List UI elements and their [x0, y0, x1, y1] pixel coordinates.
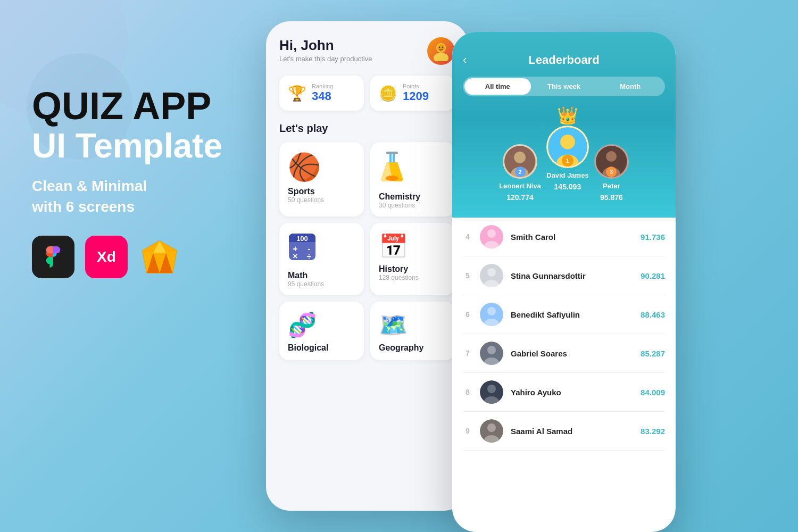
geography-emoji: 🗺️	[379, 311, 446, 339]
chemistry-name: Chemistry	[379, 192, 446, 202]
category-history[interactable]: 📅 History 128 questions	[370, 223, 455, 295]
leaderboard-list: 4 Smith Carol 91.736 5 Stina Gunnarsdott…	[452, 218, 676, 451]
top-player-3: 3 Peter 95.876	[594, 144, 629, 202]
player2-name: Lennert Niva	[499, 182, 541, 190]
math-count: 95 questions	[288, 280, 355, 288]
sports-name: Sports	[288, 187, 355, 196]
back-button[interactable]: ‹	[463, 53, 467, 67]
rank-badge-3: 3	[606, 167, 617, 177]
svg-text:÷: ÷	[307, 252, 312, 261]
lb-row-9: 9 Saami Al Samad 83.292	[463, 412, 665, 451]
leaderboard-tabs: All time This week Month	[463, 77, 665, 96]
tab-month[interactable]: Month	[597, 78, 663, 95]
category-math[interactable]: 100 + - × ÷ Math 95 questions	[279, 223, 364, 295]
lb-row-7: 7 Gabriel Soares 85.287	[463, 334, 665, 373]
main-title-line2: UI Template	[32, 127, 222, 164]
tab-all-time[interactable]: All time	[464, 78, 531, 95]
tab-this-week[interactable]: This week	[531, 78, 597, 95]
svg-text:100: 100	[296, 235, 308, 243]
svg-point-34	[487, 229, 496, 238]
xd-icon: Xd	[85, 236, 128, 278]
score-4: 91.736	[641, 232, 665, 242]
category-biological[interactable]: 🧬 Biological	[279, 302, 364, 360]
svg-point-40	[487, 307, 496, 315]
svg-point-8	[434, 53, 448, 61]
svg-point-10	[439, 47, 440, 48]
rank-badge-1: 1	[562, 155, 573, 167]
top3-section: 2 Lennert Niva 120.774 👑 1 David James 1…	[452, 118, 676, 218]
crown-icon: 👑	[557, 105, 578, 126]
points-label: Points	[403, 83, 429, 89]
svg-point-31	[606, 151, 617, 162]
player2-score: 120.774	[506, 193, 534, 202]
top-player-1: 👑 1 David James 145.093	[546, 126, 589, 191]
svg-text:×: ×	[293, 252, 297, 261]
category-sports[interactable]: 🏀 Sports 50 questions	[279, 142, 364, 217]
avatar-9	[480, 419, 503, 443]
points-info: Points 1209	[403, 83, 429, 103]
svg-point-43	[487, 346, 496, 354]
sports-count: 50 questions	[288, 196, 355, 204]
phone1-header: Hi, John Let's make this day productive	[279, 37, 455, 65]
name-7: Gabriel Soares	[511, 349, 633, 358]
points-card: 🪙 Points 1209	[370, 76, 455, 111]
trophy-icon: 🏆	[288, 85, 306, 102]
svg-point-9	[437, 44, 445, 52]
rank-6: 6	[463, 310, 472, 319]
svg-point-14	[386, 176, 398, 181]
math-emoji: 100 + - × ÷	[288, 232, 355, 267]
history-count: 128 questions	[379, 274, 446, 281]
greeting-name: Hi, John	[279, 37, 372, 54]
user-avatar	[427, 37, 455, 65]
svg-point-37	[487, 268, 496, 277]
top-player-2: 2 Lennert Niva 120.774	[499, 144, 541, 202]
lb-row-8: 8 Yahiro Ayuko 84.009	[463, 373, 665, 412]
coin-icon: 🪙	[379, 85, 397, 102]
svg-point-28	[560, 135, 575, 149]
phone2-leaderboard: ‹ Leaderboard All time This week Month 2…	[452, 32, 676, 532]
score-6: 88.463	[641, 310, 665, 319]
svg-point-11	[442, 47, 443, 48]
svg-rect-15	[386, 152, 398, 154]
player3-name: Peter	[603, 182, 620, 190]
subtitle-line2: with 6 screens	[32, 196, 222, 217]
lets-play-title: Let's play	[279, 122, 455, 135]
score-9: 83.292	[641, 427, 665, 436]
subtitle: Clean & Minimal with 6 screens	[32, 176, 222, 217]
score-5: 90.281	[641, 271, 665, 280]
leaderboard-header: ‹ Leaderboard All time This week Month	[452, 32, 676, 118]
name-9: Saami Al Samad	[511, 427, 633, 436]
name-8: Yahiro Ayuko	[511, 388, 633, 397]
tool-icons-row: Xd	[32, 236, 222, 278]
score-8: 84.009	[641, 388, 665, 397]
rank-9: 9	[463, 427, 472, 435]
greeting-block: Hi, John Let's make this day productive	[279, 37, 372, 63]
biological-emoji: 🧬	[288, 311, 355, 339]
stats-row: 🏆 Ranking 348 🪙 Points 1209	[279, 76, 455, 111]
rank-badge-2: 2	[515, 167, 526, 177]
history-name: History	[379, 264, 446, 274]
svg-point-46	[487, 385, 496, 393]
ranking-info: Ranking 348	[312, 83, 333, 103]
avatar-rank3: 3	[594, 144, 629, 179]
geography-name: Geography	[379, 343, 446, 353]
svg-point-49	[487, 423, 496, 432]
sports-emoji: 🏀	[288, 152, 355, 182]
rank-8: 8	[463, 388, 472, 396]
category-geography[interactable]: 🗺️ Geography	[370, 302, 455, 360]
category-chemistry[interactable]: Chemistry 30 questions	[370, 142, 455, 217]
name-6: Benedikt Safiyulin	[511, 310, 633, 319]
avatar-4	[480, 225, 503, 248]
player1-score: 145.093	[554, 182, 581, 191]
quiz-categories-grid: 🏀 Sports 50 questions Chemistry 30 quest…	[279, 142, 455, 360]
chemistry-emoji	[379, 152, 446, 188]
player3-score: 95.876	[600, 193, 623, 202]
avatar-7	[480, 342, 503, 365]
points-value: 1209	[403, 89, 429, 103]
name-4: Smith Carol	[511, 232, 633, 242]
player1-name: David James	[546, 171, 589, 179]
figma-icon	[32, 236, 74, 278]
biological-name: Biological	[288, 343, 355, 353]
phone1-quiz: Hi, John Let's make this day productive …	[266, 21, 468, 511]
lb-row-5: 5 Stina Gunnarsdottir 90.281	[463, 256, 665, 295]
